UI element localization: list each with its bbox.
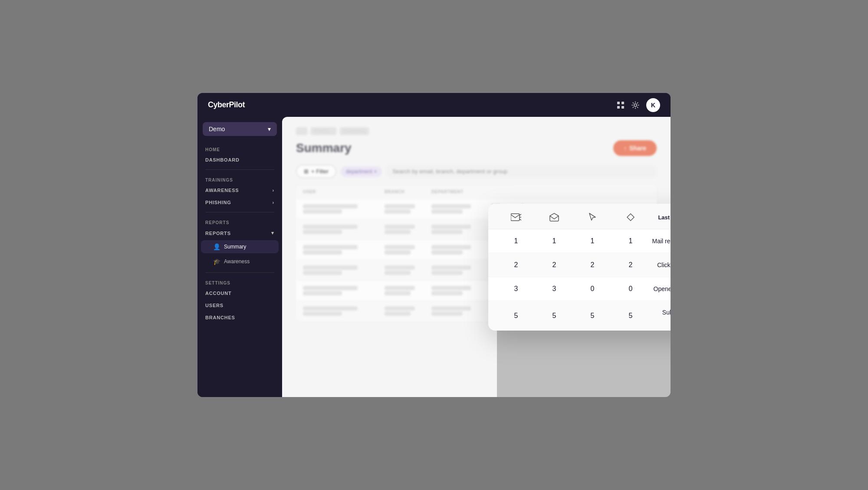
- cell-send-count-2: 2: [499, 261, 533, 269]
- cell-open-count-1: 1: [537, 237, 572, 245]
- svg-rect-2: [617, 106, 620, 109]
- grid-icon: [617, 101, 625, 109]
- filter-row: ⊞ + Filter department ×: [296, 165, 657, 178]
- app-logo: CyberPilot: [208, 100, 245, 109]
- cell-branch: [385, 305, 428, 317]
- phishing-label: PHISHING: [205, 200, 231, 205]
- col-v3: [550, 189, 576, 194]
- send-mail-icon: [499, 213, 533, 222]
- settings-icon-button[interactable]: [631, 101, 639, 109]
- cell-open-count-3: 3: [537, 285, 572, 293]
- cell-name: [303, 224, 381, 235]
- cell-name: [303, 265, 381, 276]
- share-button[interactable]: ↑ Share: [613, 140, 657, 156]
- floating-card: Last action 1 1 1 1 Mail received 2 2 2 …: [488, 204, 671, 331]
- sidebar-item-branches[interactable]: BRANCHES: [197, 311, 282, 324]
- branches-label: BRANCHES: [205, 315, 235, 320]
- sidebar-item-users[interactable]: USERS: [197, 299, 282, 311]
- demo-label: Demo: [209, 126, 225, 132]
- cell-open-count-2: 2: [537, 261, 572, 269]
- cell-name: [303, 305, 381, 317]
- share-label: Share: [629, 145, 646, 152]
- sidebar-item-phishing[interactable]: PHISHING ›: [197, 196, 282, 209]
- sidebar-divider-3: [205, 272, 274, 273]
- sidebar-divider-1: [205, 169, 274, 170]
- cell-dept: [431, 265, 488, 276]
- cell-branch: [385, 203, 428, 215]
- person-icon: 👤: [213, 243, 220, 250]
- cell-branch: [385, 244, 428, 255]
- opened-mail-icon: [537, 213, 572, 222]
- app-window: CyberPilot K: [197, 93, 671, 397]
- cell-diamond-count-3: 0: [613, 285, 648, 293]
- chevron-down-icon: ▾: [268, 126, 271, 132]
- cursor-icon: [575, 212, 610, 222]
- filter-icon: ⊞: [304, 168, 309, 175]
- filter-tag[interactable]: department ×: [341, 166, 382, 177]
- summary-sub-label: Summary: [224, 244, 246, 250]
- sidebar: Demo ▾ Home DASHBOARD Trainings AWARENES…: [197, 117, 282, 397]
- cell-name: [303, 285, 381, 296]
- graduation-icon: 🎓: [213, 258, 220, 265]
- cell-click-count-1: 1: [575, 237, 610, 245]
- action-label-2: Clicked link: [651, 262, 671, 268]
- svg-rect-3: [621, 106, 624, 109]
- cell-branch: [385, 285, 428, 296]
- sidebar-item-account[interactable]: ACCOUNT: [197, 287, 282, 299]
- filter-tag-label: department ×: [346, 169, 377, 175]
- cell-click-count-4: 5: [575, 312, 610, 320]
- card-row-opened-mail: 3 3 0 0 Opened mail: [488, 277, 671, 301]
- filter-button[interactable]: ⊞ + Filter: [296, 165, 336, 178]
- share-icon: ↑: [624, 145, 627, 152]
- col-v2: [521, 189, 547, 194]
- sidebar-sub-item-awareness[interactable]: 🎓 Awareness: [201, 255, 279, 268]
- breadcrumb: ... Phishi... Summary: [296, 127, 657, 135]
- col-v4: [580, 189, 606, 194]
- users-label: USERS: [205, 303, 224, 308]
- cell-open-count-4: 5: [537, 312, 572, 320]
- sidebar-section-settings: Settings: [197, 276, 282, 287]
- top-bar: CyberPilot K: [197, 93, 671, 117]
- col-user: USER: [303, 189, 381, 194]
- action-label-1: Mail received: [651, 238, 671, 245]
- sidebar-item-dashboard[interactable]: DASHBOARD: [197, 154, 282, 166]
- card-row-submitted-data: 5 5 5 5 Submited data: [488, 301, 671, 331]
- svg-rect-0: [617, 102, 620, 104]
- sidebar-item-reports[interactable]: REPORTS ▾: [197, 227, 282, 239]
- search-input[interactable]: [386, 165, 657, 178]
- main-layout: Demo ▾ Home DASHBOARD Trainings AWARENES…: [197, 117, 671, 397]
- cell-send-count-1: 1: [499, 237, 533, 245]
- svg-rect-1: [621, 102, 624, 104]
- page-title: Summary: [296, 141, 352, 155]
- col-dept: DEPARTMENT: [431, 189, 488, 194]
- col-v1: [491, 189, 517, 194]
- sidebar-sub-item-summary[interactable]: 👤 Summary: [201, 240, 279, 253]
- col-v6: [639, 189, 657, 194]
- avatar-initial: K: [651, 102, 655, 109]
- table-header: USER BRANCH DEPARTMENT: [296, 185, 657, 199]
- user-avatar-button[interactable]: K: [646, 98, 660, 112]
- reports-label: REPORTS: [205, 231, 231, 236]
- sidebar-section-reports: Reports: [197, 216, 282, 227]
- action-label-4: Submited data: [651, 309, 671, 323]
- cell-diamond-count-1: 1: [613, 237, 648, 245]
- cell-click-count-2: 2: [575, 261, 610, 269]
- grid-icon-button[interactable]: [617, 101, 625, 109]
- cell-diamond-count-2: 2: [613, 261, 648, 269]
- awareness-label: AWARENESS: [205, 188, 239, 193]
- col-branch: BRANCH: [385, 189, 428, 194]
- top-bar-icons: K: [617, 98, 660, 112]
- chevron-right-icon-2: ›: [273, 200, 274, 205]
- cell-dept: [431, 244, 488, 255]
- cell-dept: [431, 203, 488, 215]
- settings-icon: [631, 101, 639, 109]
- cell-dept: [431, 224, 488, 235]
- cell-dept: [431, 285, 488, 296]
- card-row-mail-received: 1 1 1 1 Mail received: [488, 229, 671, 253]
- demo-selector[interactable]: Demo ▾: [203, 122, 277, 136]
- sidebar-section-trainings: Trainings: [197, 173, 282, 184]
- content-area: ... Phishi... Summary Summary ↑ Share ⊞ …: [282, 117, 671, 397]
- sidebar-section-home: Home: [197, 143, 282, 154]
- svg-point-4: [634, 104, 637, 106]
- sidebar-item-awareness[interactable]: AWARENESS ›: [197, 184, 282, 196]
